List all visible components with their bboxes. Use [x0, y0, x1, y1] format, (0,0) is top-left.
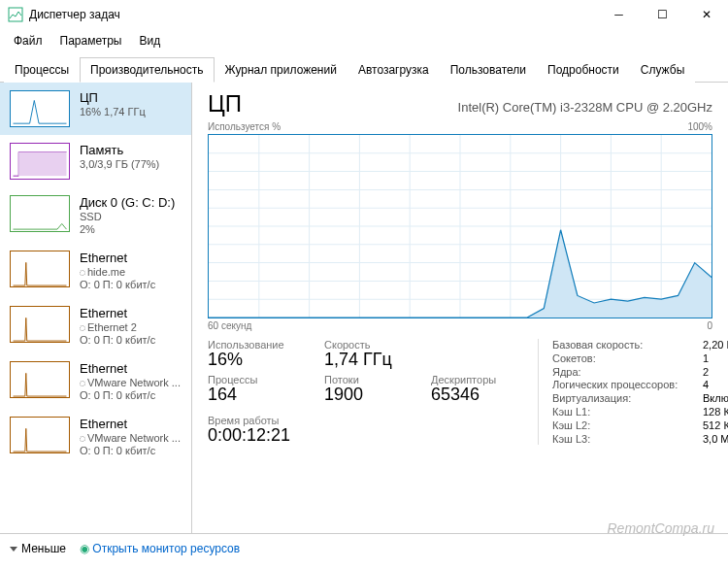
proc-value: 164: [208, 385, 314, 405]
sidebar-item-sub2: О: 0 П: 0 кбит/с: [80, 334, 155, 346]
sidebar-item-sub: 16% 1,74 ГГц: [80, 106, 146, 117]
chart-xlabel-left: 60 секунд: [208, 320, 251, 331]
sidebar-item-title: Ethernet: [80, 361, 181, 376]
sidebar-item-sub2: 2%: [80, 223, 175, 235]
sidebar-item-sub: 3,0/3,9 ГБ (77%): [80, 158, 159, 170]
lproc-value: 4: [703, 379, 728, 391]
tab-apphistory[interactable]: Журнал приложений: [215, 57, 347, 83]
speed-value: 1,74 ГГц: [324, 351, 421, 370]
menu-file[interactable]: Файл: [6, 31, 50, 50]
thumb-eth-icon: [10, 306, 70, 343]
tab-performance[interactable]: Производительность: [80, 57, 214, 83]
l2-label: Кэш L2:: [552, 419, 703, 432]
menu-bar: Файл Параметры Вид: [0, 29, 728, 52]
tab-bar: Процессы Производительность Журнал прило…: [0, 52, 728, 83]
lproc-label: Логических процессоров:: [552, 379, 703, 391]
sidebar-item-sub: VMware Network ...: [80, 432, 181, 444]
thumb-eth-icon: [10, 361, 70, 398]
uptime-label: Время работы: [208, 415, 518, 426]
sidebar-item-eth-6[interactable]: EthernetVMware Network ...О: 0 П: 0 кбит…: [0, 409, 191, 464]
open-resource-monitor-link[interactable]: ◉ Открыть монитор ресурсов: [80, 542, 240, 555]
sidebar-item-title: Диск 0 (G: C: D:): [80, 195, 175, 210]
cpu-specs: Базовая скорость:2,20 ГГц Сокетов:1 Ядра…: [538, 339, 728, 445]
window-title: Диспетчер задач: [29, 8, 597, 21]
minimize-button[interactable]: ─: [597, 0, 641, 29]
sidebar-item-eth-3[interactable]: Ethernethide.meО: 0 П: 0 кбит/с: [0, 243, 191, 298]
page-title: ЦП: [208, 90, 242, 117]
close-button[interactable]: ✕: [684, 0, 728, 29]
sidebar-item-cpu-0[interactable]: ЦП16% 1,74 ГГц: [0, 83, 191, 135]
l1-value: 128 КБ: [703, 406, 728, 418]
sidebar-item-title: Память: [80, 143, 159, 157]
handles-value: 65346: [431, 385, 518, 405]
base-label: Базовая скорость:: [552, 339, 703, 351]
thumb-disk-icon: [10, 195, 70, 232]
tab-processes[interactable]: Процессы: [4, 57, 80, 83]
thumb-eth-icon: [10, 251, 70, 287]
watermark: RemontCompa.ru: [608, 520, 715, 536]
menu-options[interactable]: Параметры: [52, 31, 130, 50]
threads-value: 1900: [324, 385, 421, 405]
app-icon: [8, 7, 23, 22]
title-bar: Диспетчер задач ─ ☐ ✕: [0, 0, 728, 29]
chevron-down-icon: [10, 547, 17, 552]
virt-value: Включено: [703, 392, 728, 405]
chart-xlabel-right: 0: [707, 320, 712, 331]
cpu-chart: [208, 134, 712, 318]
l3-value: 3,0 МБ: [703, 433, 728, 446]
cores-label: Ядра:: [552, 366, 703, 379]
fewer-details-button[interactable]: Меньше: [10, 542, 66, 555]
thumb-mem-icon: [10, 143, 70, 180]
sidebar-item-eth-4[interactable]: EthernetEthernet 2О: 0 П: 0 кбит/с: [0, 298, 191, 353]
sidebar-item-title: ЦП: [80, 90, 146, 105]
sidebar-item-title: Ethernet: [80, 251, 155, 265]
cores-value: 2: [703, 366, 728, 379]
tab-users[interactable]: Пользователи: [440, 57, 537, 83]
sidebar: ЦП16% 1,74 ГГцПамять3,0/3,9 ГБ (77%)Диск…: [0, 83, 192, 533]
svg-rect-1: [18, 152, 66, 177]
sidebar-item-eth-5[interactable]: EthernetVMware Network ...О: 0 П: 0 кбит…: [0, 353, 191, 409]
chart-ylabel-right: 100%: [687, 121, 712, 132]
menu-view[interactable]: Вид: [131, 31, 168, 50]
util-value: 16%: [208, 351, 314, 370]
tab-startup[interactable]: Автозагрузка: [347, 57, 440, 83]
thumb-eth-icon: [10, 417, 70, 453]
cpu-name: Intel(R) Core(TM) i3-2328M CPU @ 2.20GHz: [458, 100, 712, 115]
sidebar-item-mem-1[interactable]: Память3,0/3,9 ГБ (77%): [0, 135, 191, 187]
sidebar-item-sub2: О: 0 П: 0 кбит/с: [80, 279, 155, 290]
sidebar-item-sub: Ethernet 2: [80, 321, 155, 333]
l2-value: 512 КБ: [703, 419, 728, 432]
tab-details[interactable]: Подробности: [537, 57, 630, 83]
monitor-icon: ◉: [80, 542, 89, 555]
sockets-label: Сокетов:: [552, 352, 703, 365]
sidebar-item-sub2: О: 0 П: 0 кбит/с: [80, 445, 181, 456]
sidebar-item-title: Ethernet: [80, 306, 155, 320]
threads-label: Потоки: [324, 374, 421, 385]
sidebar-item-sub: VMware Network ...: [80, 377, 181, 388]
sidebar-item-sub: SSD: [80, 211, 175, 222]
chart-ylabel-left: Используется %: [208, 121, 281, 132]
virt-label: Виртуализация:: [552, 392, 703, 405]
sidebar-item-title: Ethernet: [80, 417, 181, 431]
main-panel: ЦП Intel(R) Core(TM) i3-2328M CPU @ 2.20…: [192, 83, 728, 533]
maximize-button[interactable]: ☐: [641, 0, 684, 29]
sidebar-item-disk-2[interactable]: Диск 0 (G: C: D:)SSD2%: [0, 187, 191, 243]
tab-services[interactable]: Службы: [630, 57, 695, 83]
sockets-value: 1: [703, 352, 728, 365]
base-value: 2,20 ГГц: [703, 339, 728, 351]
sidebar-item-sub: hide.me: [80, 266, 155, 278]
footer: Меньше ◉ Открыть монитор ресурсов: [0, 533, 728, 562]
l1-label: Кэш L1:: [552, 406, 703, 418]
thumb-cpu-icon: [10, 90, 70, 127]
handles-label: Дескрипторы: [431, 374, 518, 385]
sidebar-item-sub2: О: 0 П: 0 кбит/с: [80, 389, 181, 401]
uptime-value: 0:00:12:21: [208, 426, 518, 446]
l3-label: Кэш L3:: [552, 433, 703, 446]
proc-label: Процессы: [208, 374, 314, 385]
